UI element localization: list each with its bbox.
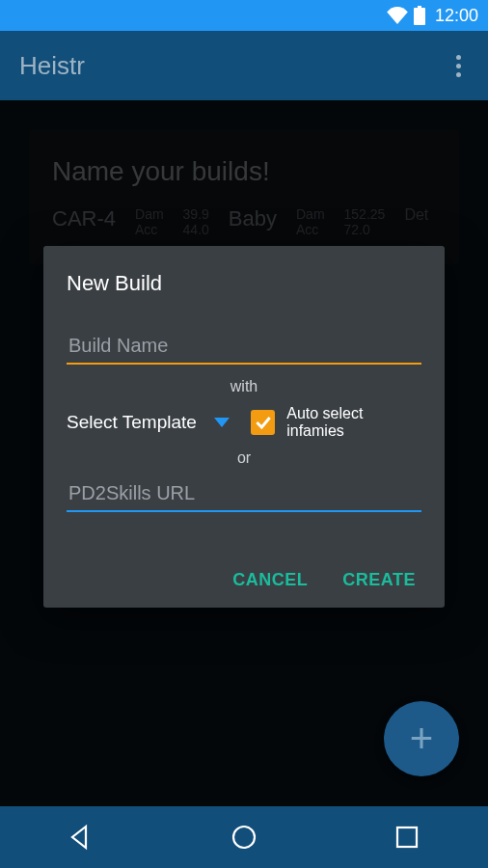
wifi-icon <box>387 7 408 24</box>
or-label: or <box>67 449 421 467</box>
select-template-label: Select Template <box>67 412 197 433</box>
build-name-input[interactable] <box>67 329 421 365</box>
add-build-fab[interactable]: + <box>384 701 459 776</box>
back-icon[interactable] <box>67 823 95 852</box>
app-bar: Heistr <box>0 31 488 100</box>
recents-icon[interactable] <box>393 823 421 852</box>
with-label: with <box>67 378 421 395</box>
url-field-wrap <box>67 476 421 512</box>
app-title: Heistr <box>19 51 85 81</box>
auto-select-infamies-checkbox[interactable] <box>251 410 275 435</box>
select-template-dropdown[interactable]: Select Template <box>67 412 230 433</box>
check-icon <box>254 413 273 432</box>
home-icon[interactable] <box>230 823 258 852</box>
dialog-title: New Build <box>67 271 421 296</box>
build-name-field-wrap <box>67 329 421 365</box>
status-time: 12:00 <box>435 6 478 26</box>
auto-select-infamies-label: Auto select infamies <box>286 405 421 440</box>
svg-rect-0 <box>414 8 425 25</box>
create-button[interactable]: CREATE <box>342 570 416 590</box>
android-nav-bar <box>0 806 488 868</box>
new-build-dialog: New Build with Select Template Auto sele… <box>43 246 445 608</box>
svg-point-2 <box>233 827 255 848</box>
battery-icon <box>414 6 425 25</box>
dialog-actions: CANCEL CREATE <box>67 570 421 590</box>
status-bar: 12:00 <box>0 0 488 31</box>
overflow-menu-button[interactable] <box>448 47 469 85</box>
plus-icon: + <box>410 716 434 762</box>
svg-rect-3 <box>397 827 417 847</box>
chevron-down-icon <box>214 418 230 427</box>
cancel-button[interactable]: CANCEL <box>232 570 308 590</box>
pd2skills-url-input[interactable] <box>67 476 421 512</box>
svg-rect-1 <box>418 6 421 9</box>
